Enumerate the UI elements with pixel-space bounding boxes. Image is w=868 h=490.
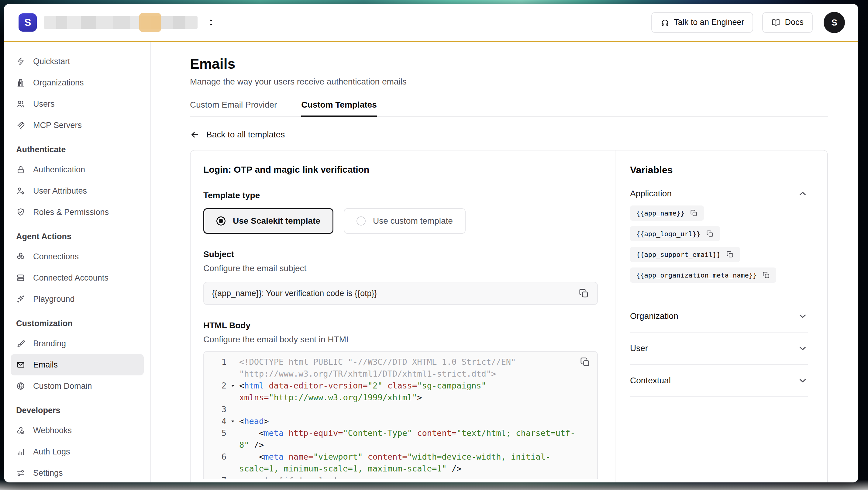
line-number [204, 368, 226, 380]
divider [630, 396, 808, 397]
radio-custom-label: Use custom template [373, 216, 453, 226]
copy-icon[interactable] [762, 271, 770, 279]
tab-custom-templates[interactable]: Custom Templates [301, 100, 377, 116]
talk-to-engineer-button[interactable]: Talk to an Engineer [651, 12, 753, 33]
sidebar-item-organizations[interactable]: Organizations [11, 72, 144, 93]
fold-spacer [226, 474, 239, 479]
code-text: <!DOCTYPE html PUBLIC "-//W3C//DTD XHTML… [239, 356, 597, 368]
line-number: 7 [204, 474, 226, 479]
tab-custom-email-provider[interactable]: Custom Email Provider [190, 100, 277, 116]
paintbrush-icon [16, 339, 25, 348]
sidebar-item-branding[interactable]: Branding [11, 333, 144, 354]
variable-chip-label: {{app_organization_meta_name}} [636, 271, 757, 279]
sidebar-item-label: Users [33, 99, 55, 109]
app-window: S Talk to an Engineer Docs S QuickstartO… [4, 4, 858, 482]
sidebar-item-webhooks[interactable]: Webhooks [11, 420, 144, 441]
accordion-organization[interactable]: Organization [630, 300, 808, 332]
line-number: 2 [204, 380, 226, 392]
workspace-logo[interactable]: S [19, 13, 37, 32]
building-icon [16, 78, 25, 87]
fold-spacer [226, 403, 239, 415]
sidebar-item-connections[interactable]: Connections [11, 246, 144, 267]
docs-label: Docs [785, 18, 804, 27]
sliders-icon [16, 468, 25, 478]
accordion-user[interactable]: User [630, 333, 808, 364]
code-line: 4<head> [204, 415, 597, 427]
radio-scalekit-label: Use Scalekit template [233, 216, 320, 226]
accordion-application[interactable]: Application [630, 188, 808, 199]
sidebar-item-label: Connected Accounts [33, 273, 108, 283]
html-code-editor[interactable]: 1<!DOCTYPE html PUBLIC "-//W3C//DTD XHTM… [203, 351, 598, 479]
line-number: 1 [204, 356, 226, 368]
lock-icon [16, 165, 25, 174]
copy-icon[interactable] [690, 209, 698, 217]
variable-chip[interactable]: {{app_logo_url}} [630, 226, 720, 241]
sidebar-section-developers: Developers [11, 401, 144, 420]
chevrons-up-down-icon[interactable] [207, 18, 215, 27]
fold-spacer [226, 392, 239, 403]
sidebar-item-auth-logs[interactable]: Auth Logs [11, 441, 144, 462]
subject-copy-button[interactable] [578, 288, 589, 299]
sidebar-item-roles-permissions[interactable]: Roles & Permissions [11, 202, 144, 223]
user-gear-icon [16, 186, 25, 195]
variable-chip[interactable]: {{app_name}} [630, 206, 704, 221]
sidebar-item-authentication[interactable]: Authentication [11, 159, 144, 180]
code-rows: 1<!DOCTYPE html PUBLIC "-//W3C//DTD XHTM… [204, 356, 597, 479]
headphones-icon [660, 18, 670, 27]
arrow-left-icon [190, 130, 200, 140]
page-subtitle: Manage the way your users receive authen… [190, 77, 828, 87]
fold-spacer [226, 439, 239, 451]
radio-unselected-icon [356, 216, 366, 225]
sidebar-item-quickstart[interactable]: Quickstart [11, 51, 144, 72]
lightning-icon [16, 57, 25, 66]
template-title: Login: OTP and magic link verification [203, 164, 598, 175]
sidebar-section-agent-actions: Agent Actions [11, 227, 144, 246]
variable-chips: {{app_name}}{{app_logo_url}}{{app_suppor… [630, 206, 808, 283]
variable-chip-label: {{app_name}} [636, 209, 684, 217]
chevron-down-icon [798, 343, 808, 354]
copy-icon[interactable] [706, 230, 714, 238]
sidebar-item-label: Emails [33, 360, 58, 370]
sidebar-item-custom-domain[interactable]: Custom Domain [11, 375, 144, 397]
globe-icon [16, 381, 25, 391]
mail-icon [16, 360, 25, 369]
accordion-organization-label: Organization [630, 311, 678, 321]
sidebar-item-playground[interactable]: Playground [11, 288, 144, 310]
sidebar-item-connected-accounts[interactable]: Connected Accounts [11, 267, 144, 288]
accordion-contextual[interactable]: Contextual [630, 365, 808, 396]
accordion-application-label: Application [630, 189, 672, 198]
fold-caret-icon[interactable] [226, 380, 239, 392]
code-line: scale=1, minimum-scale=1, maximum-scale=… [204, 463, 597, 474]
sidebar-item-label: Playground [33, 295, 75, 304]
radio-use-custom-template[interactable]: Use custom template [344, 208, 466, 234]
sidebar-item-users[interactable]: Users [11, 93, 144, 115]
docs-button[interactable]: Docs [762, 12, 813, 33]
variable-chip[interactable]: {{app_support_email}} [630, 247, 740, 262]
sidebar-item-label: Roles & Permissions [33, 208, 109, 217]
back-to-templates-link[interactable]: Back to all templates [190, 130, 285, 140]
code-line: 2<html data-editor-version="2" class="sg… [204, 380, 597, 392]
mcp-icon [16, 121, 25, 130]
sidebar-item-emails[interactable]: Emails [11, 354, 144, 375]
editor-copy-button[interactable] [580, 357, 591, 367]
sidebar-item-user-attributes[interactable]: User Attributes [11, 180, 144, 202]
radio-use-scalekit-template[interactable]: Use Scalekit template [203, 208, 333, 234]
template-type-radios: Use Scalekit template Use custom templat… [203, 208, 598, 234]
user-avatar[interactable]: S [824, 12, 845, 33]
sidebar: QuickstartOrganizationsUsersMCP ServersA… [4, 42, 151, 482]
chevron-down-icon [798, 375, 808, 386]
sidebar-item-settings[interactable]: Settings [11, 462, 144, 482]
copy-icon[interactable] [726, 250, 734, 258]
back-link-label: Back to all templates [206, 130, 285, 140]
sidebar-item-mcp-servers[interactable]: MCP Servers [11, 115, 144, 136]
line-number: 6 [204, 451, 226, 463]
sidebar-section-customization: Customization [11, 314, 144, 333]
code-text: <!--[if !mso]><!--> [239, 474, 597, 479]
code-text: 8" /> [239, 439, 597, 451]
org-name-redacted[interactable] [44, 16, 197, 29]
subject-input[interactable]: {{app_name}}: Your verification code is … [203, 282, 598, 305]
variable-chip[interactable]: {{app_organization_meta_name}} [630, 268, 776, 283]
line-number [204, 392, 226, 403]
sidebar-item-label: Auth Logs [33, 447, 70, 457]
fold-caret-icon[interactable] [226, 415, 239, 427]
